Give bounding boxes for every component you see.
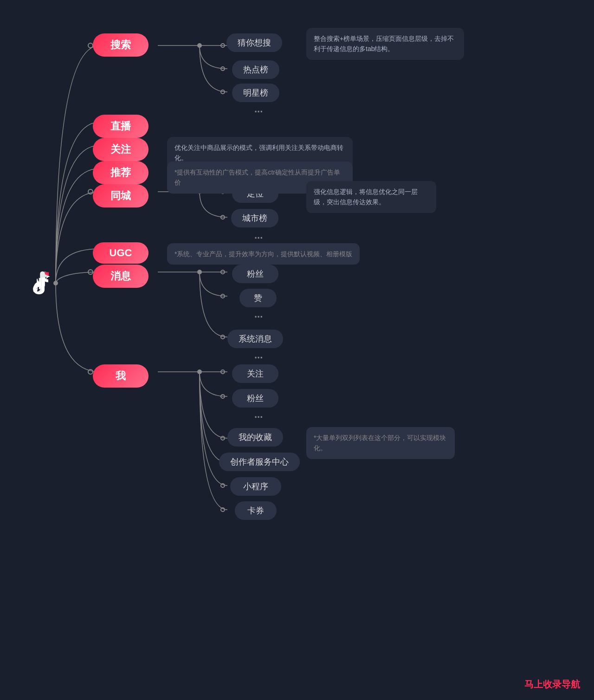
svg-point-15 <box>221 270 225 274</box>
svg-point-23 <box>221 436 225 440</box>
svg-point-14 <box>197 270 202 274</box>
svg-point-17 <box>221 335 225 339</box>
ellipsis-me: ··· <box>254 411 263 423</box>
ellipsis-nearby: ··· <box>254 232 263 244</box>
node-ugc[interactable]: UGC <box>93 242 148 264</box>
node-nearby[interactable]: 同城 <box>93 184 148 207</box>
svg-point-4 <box>221 44 225 47</box>
node-follow[interactable]: 关注 <box>93 138 148 161</box>
desc-ugc: *系统、专业产品，提升效率为方向，提供默认视频、相册模版 <box>167 243 360 265</box>
subnode-me-follow[interactable]: 关注 <box>232 364 278 383</box>
ellipsis-search: ··· <box>254 106 263 118</box>
svg-point-21 <box>221 370 225 374</box>
connection-lines <box>0 0 594 700</box>
node-me[interactable]: 我 <box>93 364 148 388</box>
subnode-system-message[interactable]: 系统消息 <box>227 330 283 348</box>
svg-point-12 <box>88 270 93 274</box>
svg-point-26 <box>221 508 225 512</box>
subnode-celebrity[interactable]: 明星榜 <box>232 84 279 102</box>
desc-search: 整合搜索+榜单场景，压缩页面信息层级，去掉不利于传递信息的多tab结构。 <box>306 28 464 60</box>
node-recommend[interactable]: 推荐 <box>93 161 148 184</box>
subnode-fans[interactable]: 粉丝 <box>232 265 278 283</box>
node-search[interactable]: 搜索 <box>93 33 148 57</box>
subnode-guess-search[interactable]: 猜你想搜 <box>226 33 282 52</box>
node-live[interactable]: 直播 <box>93 115 148 138</box>
svg-point-16 <box>221 294 225 298</box>
svg-point-7 <box>88 189 93 194</box>
desc-nearby: 强化信息逻辑，将信息优化之同一层级，突出信息传达效果。 <box>306 181 436 213</box>
svg-point-18 <box>88 369 93 374</box>
ellipsis-message1: ··· <box>254 311 263 323</box>
subnode-coupon[interactable]: 卡券 <box>235 501 277 520</box>
svg-point-6 <box>221 90 225 94</box>
ellipsis-message2: ··· <box>254 352 263 364</box>
svg-point-20 <box>197 369 202 374</box>
svg-point-1 <box>88 43 93 48</box>
subnode-city-rank[interactable]: 城市榜 <box>231 209 278 227</box>
node-message[interactable]: 消息 <box>93 265 148 288</box>
tiktok-logo-icon <box>30 270 56 296</box>
subnode-likes[interactable]: 赞 <box>239 289 277 307</box>
subnode-trending[interactable]: 热点榜 <box>232 60 279 79</box>
svg-point-5 <box>221 67 225 71</box>
subnode-creator-center[interactable]: 创作者服务中心 <box>219 453 300 471</box>
mind-map: ♪ 搜索 直播 关注 推荐 同城 UGC 消息 <box>0 0 594 700</box>
subnode-mini-program[interactable]: 小程序 <box>230 477 281 496</box>
svg-point-25 <box>221 484 225 487</box>
svg-point-11 <box>221 215 225 219</box>
subnode-me-fans[interactable]: 粉丝 <box>232 389 278 408</box>
watermark: 马上收录导航 <box>524 678 580 691</box>
svg-point-22 <box>221 395 225 398</box>
svg-point-3 <box>197 43 202 48</box>
desc-my-collection: *大量单列双列列表在这个部分，可以实现模块化。 <box>306 427 455 459</box>
subnode-my-collection[interactable]: 我的收藏 <box>227 428 283 447</box>
